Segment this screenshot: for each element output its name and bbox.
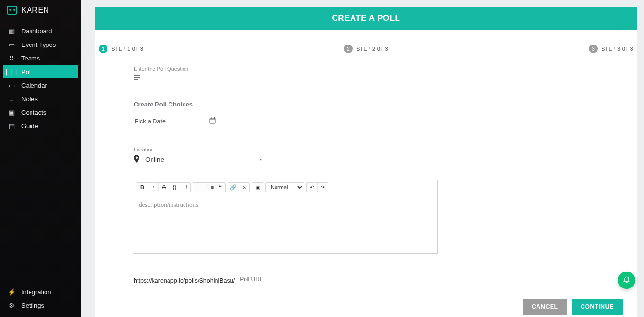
sidebar-item-label: Integration — [21, 288, 51, 296]
strike-button[interactable]: S — [158, 183, 169, 192]
editor-textarea[interactable]: description/instructions — [134, 195, 437, 253]
italic-button[interactable]: I — [148, 183, 158, 192]
brand-logo-icon — [7, 6, 17, 15]
sidebar: KAREN ▦ Dashboard ▭ Event Types ⠿ Teams … — [0, 0, 81, 317]
sidebar-item-settings[interactable]: ⚙ Settings — [3, 299, 78, 312]
step-label: STEP 1 0F 3 — [111, 46, 143, 52]
sidebar-item-label: Settings — [21, 302, 44, 309]
continue-button[interactable]: CONTINUE — [572, 299, 623, 315]
svg-rect-1 — [211, 117, 212, 119]
underline-button[interactable]: U — [180, 183, 190, 192]
sidebar-item-contacts[interactable]: ▣ Contacts — [3, 106, 78, 119]
step-num: 2 — [344, 45, 353, 53]
sidebar-item-calendar[interactable]: ▭ Calendar — [3, 78, 78, 92]
nav-bottom: ⚡ Integration ⚙ Settings — [0, 283, 81, 317]
sidebar-item-label: Dashboard — [21, 28, 52, 35]
step-num: 1 — [99, 45, 107, 53]
footer-buttons: CANCEL CONTINUE — [95, 284, 637, 315]
unordered-list-button[interactable]: ⋮≡ — [204, 183, 215, 192]
nav-main: ▦ Dashboard ▭ Event Types ⠿ Teams ❘❘❘ Po… — [0, 22, 81, 135]
sidebar-item-event-types[interactable]: ▭ Event Types — [3, 38, 78, 51]
sidebar-item-label: Calendar — [21, 82, 47, 89]
stepper: 1 STEP 1 0F 3 2 STEP 2 0F 3 3 STEP 3 0F … — [95, 30, 637, 62]
location-pin-icon — [134, 155, 142, 164]
poll-url-row: https://karenapp.io/polls/ShohiniBasu/ — [134, 275, 598, 284]
event-types-icon: ▭ — [8, 41, 15, 48]
sidebar-item-label: Event Types — [21, 41, 56, 48]
dashboard-icon: ▦ — [8, 27, 15, 35]
step-3[interactable]: 3 STEP 3 0F 3 — [589, 45, 633, 53]
sidebar-item-notes[interactable]: ≡ Notes — [3, 92, 78, 106]
poll-question-label: Enter the Poll Question — [134, 66, 598, 72]
calendar-picker-icon[interactable] — [209, 117, 216, 125]
sidebar-item-dashboard[interactable]: ▦ Dashboard — [3, 24, 78, 38]
undo-button[interactable]: ↶ — [307, 183, 317, 192]
text-lines-icon — [134, 74, 142, 82]
pick-date-field[interactable]: Pick a Date — [134, 116, 217, 127]
notifications-fab[interactable] — [618, 272, 635, 289]
sidebar-item-poll[interactable]: ❘❘❘ Poll — [3, 65, 78, 78]
form: Enter the Poll Question Create Poll Choi… — [95, 62, 637, 284]
poll-choices-label: Create Poll Choices — [134, 101, 598, 108]
bell-icon — [623, 275, 630, 285]
brand: KAREN — [0, 0, 81, 22]
sidebar-item-label: Contacts — [21, 109, 46, 116]
redo-button[interactable]: ↷ — [317, 183, 328, 192]
sidebar-item-integration[interactable]: ⚡ Integration — [3, 285, 78, 299]
svg-rect-2 — [214, 117, 215, 119]
integration-icon: ⚡ — [8, 288, 15, 296]
location-label: Location — [134, 147, 598, 152]
bold-button[interactable]: B — [137, 183, 148, 192]
unlink-button[interactable]: ✕ — [239, 183, 249, 192]
blockquote-button[interactable]: ❝ — [215, 183, 225, 192]
poll-url-input[interactable] — [240, 275, 438, 284]
editor-toolbar: B I S {} U ≣ ⋮≡ ❝ 🔗 ✕ — [134, 180, 437, 195]
code-block-button[interactable]: {} — [169, 183, 180, 192]
step-1[interactable]: 1 STEP 1 0F 3 — [99, 45, 143, 53]
brand-name: KAREN — [21, 6, 49, 15]
guide-icon: ▤ — [8, 122, 15, 130]
step-line — [148, 49, 339, 49]
sidebar-item-label: Notes — [21, 95, 38, 103]
calendar-icon: ▭ — [8, 81, 15, 89]
step-line — [393, 49, 584, 49]
poll-question-field[interactable] — [134, 73, 463, 84]
cancel-button[interactable]: CANCEL — [523, 299, 567, 315]
ordered-list-button[interactable]: ≣ — [193, 183, 204, 192]
location-value: Online — [145, 156, 164, 163]
sidebar-item-guide[interactable]: ▤ Guide — [3, 119, 78, 133]
contacts-icon: ▣ — [8, 108, 15, 116]
chevron-down-icon: ▾ — [260, 157, 262, 162]
sidebar-item-label: Teams — [21, 55, 40, 62]
step-label: STEP 3 0F 3 — [601, 46, 633, 52]
poll-url-base: https://karenapp.io/polls/ShohiniBasu/ — [134, 277, 235, 284]
step-label: STEP 2 0F 3 — [356, 46, 388, 52]
settings-icon: ⚙ — [8, 302, 15, 309]
image-button[interactable]: ▣ — [252, 183, 263, 192]
location-select[interactable]: Online ▾ — [134, 153, 262, 166]
create-poll-card: CREATE A POLL 1 STEP 1 0F 3 2 STEP 2 0F … — [95, 7, 637, 317]
notes-icon: ≡ — [8, 95, 15, 103]
rich-text-editor: B I S {} U ≣ ⋮≡ ❝ 🔗 ✕ — [134, 180, 438, 254]
link-button[interactable]: 🔗 — [228, 183, 239, 192]
sidebar-item-label: Guide — [21, 122, 38, 130]
poll-question-input[interactable] — [144, 74, 463, 81]
step-2[interactable]: 2 STEP 2 0F 3 — [344, 45, 388, 53]
step-num: 3 — [589, 45, 598, 53]
sidebar-item-teams[interactable]: ⠿ Teams — [3, 51, 78, 65]
svg-rect-0 — [210, 118, 215, 123]
main: CREATE A POLL 1 STEP 1 0F 3 2 STEP 2 0F … — [81, 0, 644, 317]
teams-icon: ⠿ — [8, 54, 15, 62]
pick-date-placeholder: Pick a Date — [135, 118, 166, 125]
sidebar-item-label: Poll — [21, 68, 32, 75]
page-title: CREATE A POLL — [95, 7, 637, 30]
paragraph-style-select[interactable]: Normal — [265, 182, 304, 192]
poll-icon: ❘❘❘ — [8, 68, 15, 75]
